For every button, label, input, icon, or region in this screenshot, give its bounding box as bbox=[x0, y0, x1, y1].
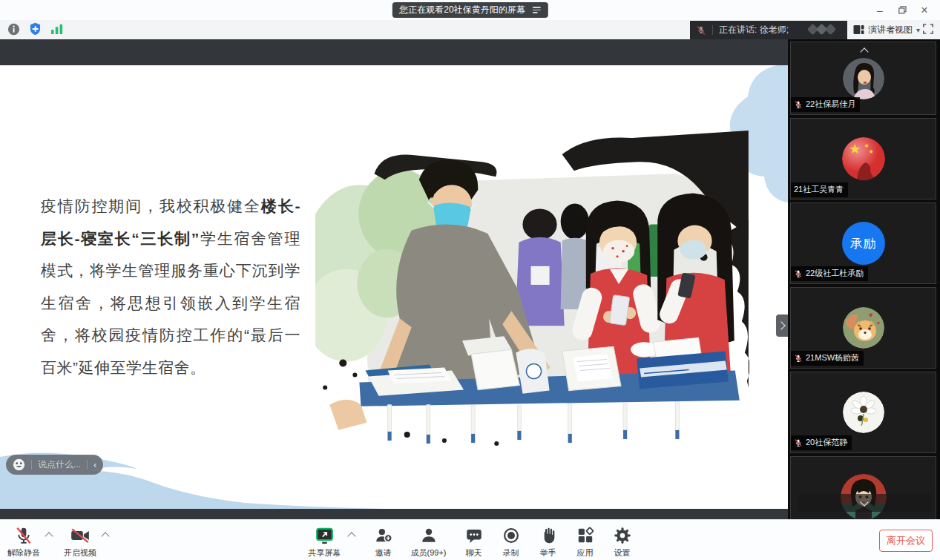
watermark-logo bbox=[803, 22, 841, 39]
participant-tile[interactable]: 20社保范静 bbox=[790, 372, 936, 453]
members-icon bbox=[419, 526, 438, 545]
info-icon[interactable] bbox=[7, 23, 20, 36]
participant-name: 21社工吴青青 bbox=[794, 184, 844, 195]
participant-avatar bbox=[843, 58, 884, 99]
raise-hand-button[interactable]: 举手 bbox=[539, 526, 558, 559]
participant-name: 21MSW杨贻茜 bbox=[806, 352, 859, 363]
participant-avatar: ★ ★ ★ bbox=[842, 137, 885, 180]
window-minimize-button[interactable]: – bbox=[869, 0, 891, 20]
chat-icon bbox=[464, 526, 484, 545]
participant-name-badge: 22社保易佳月 bbox=[791, 97, 860, 112]
unmute-button[interactable]: 解除静音 bbox=[7, 526, 40, 559]
raise-hand-label: 举手 bbox=[540, 547, 556, 559]
shared-screen-stage: 疫情防控期间，我校积极健全楼长-层长-寝室长“三长制”学生宿舍管理模式，将学生管… bbox=[0, 39, 788, 519]
mic-muted-icon bbox=[794, 269, 803, 278]
invite-button[interactable]: 邀请 bbox=[374, 526, 393, 559]
record-icon bbox=[502, 526, 521, 545]
participant-name-badge: 21MSW杨贻茜 bbox=[791, 351, 864, 366]
view-mode-selector[interactable]: 演讲者视图 ▾ bbox=[853, 22, 920, 37]
settings-icon bbox=[613, 526, 632, 545]
apps-button[interactable]: 应用 bbox=[576, 526, 595, 559]
members-button[interactable]: 成员(99+) bbox=[411, 526, 447, 559]
members-label: 成员(99+) bbox=[411, 547, 447, 559]
participant-avatar: 承励 bbox=[842, 222, 885, 265]
watching-banner-text: 您正在观看20社保黄丹阳的屏幕 bbox=[399, 4, 525, 16]
speaking-indicator: 正在讲话: 徐老师; bbox=[690, 21, 847, 39]
chat-quick-input[interactable]: 说点什么... ‹ bbox=[6, 455, 103, 475]
mic-off-icon bbox=[14, 526, 33, 545]
mic-muted-icon bbox=[794, 100, 803, 109]
settings-button[interactable]: 设置 bbox=[613, 526, 632, 559]
divider bbox=[712, 25, 713, 35]
record-button[interactable]: 录制 bbox=[502, 526, 521, 559]
window-close-button[interactable]: × bbox=[913, 0, 936, 20]
mic-muted-icon bbox=[794, 438, 803, 447]
chat-placeholder[interactable]: 说点什么... bbox=[38, 458, 81, 471]
chat-label: 聊天 bbox=[466, 547, 482, 559]
participant-tile[interactable]: ♥ ♥ 21MSW杨贻茜 bbox=[790, 287, 936, 369]
svg-text:★: ★ bbox=[848, 142, 860, 157]
watching-banner[interactable]: 您正在观看20社保黄丹阳的屏幕 bbox=[392, 2, 548, 18]
speaking-text: 正在讲话: 徐老师; bbox=[719, 24, 789, 36]
slide-paragraph: 疫情防控期间，我校积极健全楼长-层长-寝室长“三长制”学生宿舍管理模式，将学生管… bbox=[41, 190, 300, 383]
start-video-button[interactable]: 开启视频 bbox=[64, 526, 96, 559]
record-label: 录制 bbox=[503, 547, 519, 559]
leave-meeting-button[interactable]: 离开会议 bbox=[879, 530, 933, 552]
avatar-initials-text: 承励 bbox=[850, 235, 877, 252]
fullscreen-icon bbox=[923, 24, 933, 34]
chat-button[interactable]: 聊天 bbox=[464, 526, 484, 559]
share-options-chevron[interactable] bbox=[347, 526, 356, 546]
participants-sidebar: 22社保易佳月 ★ ★ ★ 21社工吴青青 bbox=[788, 39, 940, 519]
share-screen-icon bbox=[315, 526, 335, 545]
fullscreen-button[interactable] bbox=[923, 24, 933, 36]
meeting-toolbar: 正在讲话: 徐老师; 演讲者视图 ▾ bbox=[0, 20, 940, 39]
participant-name: 22社保易佳月 bbox=[806, 99, 855, 110]
invite-icon bbox=[374, 526, 393, 545]
participant-name-badge: 22级社工杜承励 bbox=[791, 266, 868, 281]
svg-text:♥: ♥ bbox=[876, 320, 879, 326]
participant-name-badge: 21社工吴青青 bbox=[791, 182, 848, 197]
video-options-chevron[interactable] bbox=[101, 526, 110, 546]
start-video-label: 开启视频 bbox=[64, 547, 96, 559]
banner-menu-icon[interactable] bbox=[533, 7, 541, 13]
participant-name-badge: 20社保范静 bbox=[791, 435, 852, 450]
window-controls: – × bbox=[869, 0, 936, 20]
divider bbox=[31, 460, 32, 470]
participant-name: 20社保范静 bbox=[806, 437, 847, 448]
svg-text:★: ★ bbox=[868, 148, 873, 155]
chevron-up-icon bbox=[860, 47, 868, 56]
window-restore-button[interactable] bbox=[891, 0, 913, 20]
sidebar-collapse-handle[interactable] bbox=[776, 314, 788, 337]
view-mode-label: 演讲者视图 bbox=[868, 24, 913, 36]
mic-muted-icon bbox=[794, 354, 803, 363]
participant-tile[interactable]: ★ ★ ★ 21社工吴青青 bbox=[790, 118, 936, 200]
participant-avatar: ♥ ♥ bbox=[843, 307, 884, 349]
mic-options-chevron[interactable] bbox=[45, 526, 53, 546]
chevron-down-icon bbox=[860, 498, 868, 506]
mic-muted-icon bbox=[696, 25, 706, 36]
shared-slide: 疫情防控期间，我校积极健全楼长-层长-寝室长“三长制”学生宿舍管理模式，将学生管… bbox=[0, 65, 788, 509]
app-window: 您正在观看20社保黄丹阳的屏幕 – × bbox=[0, 0, 940, 560]
participant-name: 22级社工杜承励 bbox=[806, 268, 864, 279]
chevron-right-icon bbox=[777, 321, 785, 329]
unmute-label: 解除静音 bbox=[7, 547, 40, 559]
stage-top-strip bbox=[0, 39, 788, 65]
participant-tile[interactable]: 承励 22级社工杜承励 bbox=[790, 202, 936, 284]
collapse-chat-icon[interactable]: ‹ bbox=[93, 460, 96, 470]
emoji-icon[interactable] bbox=[13, 458, 25, 471]
camera-off-icon bbox=[70, 526, 91, 545]
slide-photo bbox=[315, 131, 749, 451]
share-screen-button[interactable]: 共享屏幕 bbox=[309, 526, 341, 559]
divider bbox=[87, 460, 88, 470]
apps-icon bbox=[576, 526, 595, 545]
network-signal-icon[interactable] bbox=[50, 23, 64, 35]
bottom-toolbar: 解除静音 开启视频 共享屏幕 bbox=[0, 519, 940, 560]
security-shield-icon[interactable] bbox=[29, 22, 42, 36]
paragraph-text-1: 疫情防控期间，我校积极健全 bbox=[41, 197, 261, 214]
scroll-down-button[interactable] bbox=[798, 494, 931, 512]
paragraph-text-2: 学生宿舍管理模式，将学生管理服务重心下沉到学生宿舍，将思想引领嵌入到学生宿舍，将… bbox=[41, 230, 300, 376]
apps-label: 应用 bbox=[577, 547, 594, 559]
speaker-view-icon bbox=[853, 24, 864, 35]
participant-avatar bbox=[843, 392, 884, 433]
scroll-up-button[interactable] bbox=[832, 44, 896, 57]
